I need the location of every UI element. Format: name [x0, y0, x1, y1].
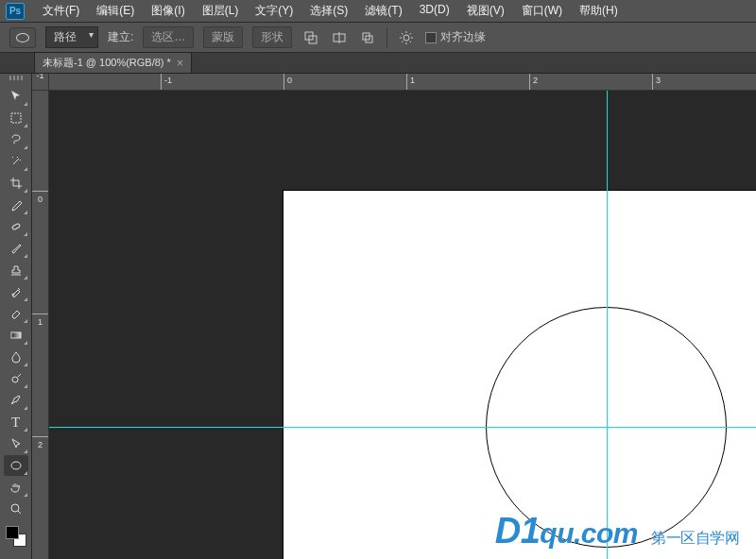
pen-tool[interactable]: [4, 390, 28, 411]
zoom-tool[interactable]: [4, 499, 28, 519]
close-icon[interactable]: ×: [177, 57, 183, 70]
svg-point-13: [11, 504, 19, 512]
hand-tool[interactable]: [4, 477, 28, 498]
stamp-tool[interactable]: [4, 260, 28, 280]
marquee-tool[interactable]: [4, 108, 28, 128]
dodge-tool[interactable]: [4, 368, 28, 389]
vertical-guide[interactable]: [607, 91, 608, 559]
svg-rect-7: [11, 113, 21, 123]
move-tool[interactable]: [4, 86, 28, 107]
tool-preset-icon[interactable]: [9, 27, 36, 48]
make-selection-button[interactable]: 选区…: [143, 26, 194, 48]
svg-point-11: [12, 377, 18, 382]
menu-窗口[interactable]: 窗口(W): [513, 3, 571, 19]
gradient-tool[interactable]: [4, 325, 28, 346]
align-edges-label: 对齐边缘: [440, 30, 486, 43]
heal-tool[interactable]: [4, 216, 28, 237]
path-op-icon[interactable]: [301, 28, 320, 47]
svg-rect-10: [11, 332, 21, 338]
menu-图像[interactable]: 图像(I): [143, 3, 193, 19]
menu-滤镜[interactable]: 滤镜(T): [356, 3, 410, 19]
watermark: D1qu.com 第一区自学网: [495, 511, 739, 551]
menu-3D[interactable]: 3D(D): [411, 3, 458, 19]
divider: [387, 27, 387, 48]
make-mask-button[interactable]: 蒙版: [203, 26, 243, 48]
menu-选择[interactable]: 选择(S): [301, 3, 356, 19]
mode-dropdown[interactable]: 路径: [45, 26, 98, 48]
lasso-tool[interactable]: [4, 129, 28, 150]
svg-point-6: [404, 35, 409, 41]
path-arrange-icon[interactable]: [358, 28, 377, 47]
align-edges-checkbox[interactable]: 对齐边缘: [425, 29, 486, 45]
build-label: 建立:: [108, 29, 133, 45]
history-brush-tool[interactable]: [4, 281, 28, 302]
horizontal-guide[interactable]: [49, 427, 756, 428]
menu-图层[interactable]: 图层(L): [194, 3, 248, 19]
canvas-area: -101234 -10123 D1qu.com 第一区自学网: [32, 74, 756, 559]
make-shape-button[interactable]: 形状: [252, 26, 292, 48]
tool-palette: T: [0, 74, 32, 559]
ellipse-tool[interactable]: [4, 455, 28, 476]
foreground-color[interactable]: [6, 526, 19, 539]
horizontal-ruler[interactable]: -101234: [49, 74, 756, 91]
menu-bar: Ps 文件(F)编辑(E)图像(I)图层(L)文字(Y)选择(S)滤镜(T)3D…: [0, 0, 756, 23]
color-swatches[interactable]: [4, 524, 28, 549]
menu-编辑[interactable]: 编辑(E): [88, 3, 143, 19]
svg-rect-8: [11, 223, 20, 229]
blur-tool[interactable]: [4, 347, 28, 367]
crop-tool[interactable]: [4, 173, 28, 194]
palette-grip[interactable]: [1, 76, 31, 83]
vertical-ruler[interactable]: -10123: [32, 91, 49, 559]
options-bar: 路径 建立: 选区… 蒙版 形状 对齐边缘: [0, 23, 756, 53]
ps-logo: Ps: [6, 3, 25, 20]
gear-icon[interactable]: [397, 28, 416, 47]
tab-title: 未标题-1 @ 100%(RGB/8) *: [43, 56, 171, 70]
magic-wand-tool[interactable]: [4, 151, 28, 172]
brush-tool[interactable]: [4, 238, 28, 259]
type-tool[interactable]: T: [4, 412, 28, 432]
path-select-tool[interactable]: [4, 433, 28, 454]
menu-文件[interactable]: 文件(F): [34, 3, 88, 19]
menu-文字[interactable]: 文字(Y): [247, 3, 301, 19]
eraser-tool[interactable]: [4, 303, 28, 324]
menu-帮助[interactable]: 帮助(H): [571, 3, 627, 19]
path-align-icon[interactable]: [330, 28, 349, 47]
document-tabs: 未标题-1 @ 100%(RGB/8) * ×: [0, 53, 756, 74]
svg-point-12: [11, 462, 21, 469]
document-tab[interactable]: 未标题-1 @ 100%(RGB/8) * ×: [34, 52, 192, 73]
eyedropper-tool[interactable]: [4, 195, 28, 215]
menu-视图[interactable]: 视图(V): [458, 3, 513, 19]
